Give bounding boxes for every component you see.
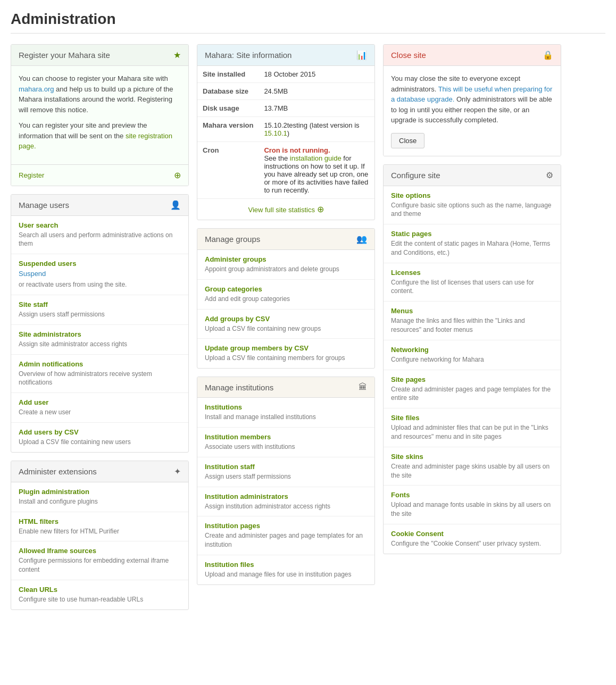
- networking-link[interactable]: Networking: [391, 346, 553, 354]
- add-user-item: Add user Create a new user: [11, 393, 188, 423]
- cookie-consent-link[interactable]: Cookie Consent: [391, 530, 553, 538]
- administer-extensions-title: Administer extensions: [19, 467, 97, 476]
- site-installed-value: 18 October 2015: [259, 66, 374, 83]
- site-info-title: Mahara: Site information: [205, 51, 292, 60]
- institutions-link[interactable]: Institutions: [205, 403, 367, 411]
- institution-files-link[interactable]: Institution files: [205, 561, 367, 569]
- manage-users-items: User search Search all users and perform…: [11, 216, 188, 452]
- administer-groups-desc: Appoint group administrators and delete …: [205, 265, 339, 273]
- admin-notifications-desc: Overview of how administrators receive s…: [19, 370, 152, 387]
- institutions-item: Institutions Install and manage installe…: [197, 398, 374, 428]
- clean-urls-link[interactable]: Clean URLs: [19, 586, 181, 594]
- disk-usage-value: 13.7MB: [259, 100, 374, 117]
- institution-pages-item: Institution pages Create and administer …: [197, 516, 374, 555]
- cron-label: Cron: [197, 142, 259, 199]
- site-pages-link[interactable]: Site pages: [391, 375, 553, 383]
- manage-institutions-items: Institutions Install and manage installe…: [197, 398, 374, 584]
- configure-site-panel: Configure site ⚙ Site options Configure …: [383, 164, 561, 554]
- institution-files-desc: Upload and manage files for use in insti…: [205, 571, 352, 578]
- site-staff-desc: Assign users staff permissions: [19, 311, 105, 318]
- add-groups-csv-desc: Upload a CSV file containing new groups: [205, 325, 321, 332]
- update-group-members-link[interactable]: Update group members by CSV: [205, 344, 367, 352]
- suspend-link[interactable]: Suspend: [19, 269, 181, 279]
- static-pages-item: Static pages Edit the content of static …: [384, 224, 561, 263]
- plugin-admin-item: Plugin administration Install and config…: [11, 482, 188, 512]
- admin-notifications-link[interactable]: Admin notifications: [19, 360, 181, 368]
- administer-extensions-panel: Administer extensions ✦ Plugin administr…: [11, 461, 189, 610]
- db-size-row: Database size 24.5MB: [197, 83, 374, 100]
- mahara-version-link[interactable]: 15.10.1: [264, 129, 287, 137]
- static-pages-link[interactable]: Static pages: [391, 230, 553, 238]
- suspended-users-item: Suspended users Suspend or reactivate us…: [11, 254, 188, 295]
- plugin-admin-link[interactable]: Plugin administration: [19, 488, 181, 496]
- register-link[interactable]: Register: [19, 171, 44, 179]
- html-filters-item: HTML filters Enable new filters for HTML…: [11, 512, 188, 542]
- iframe-sources-link[interactable]: Allowed Iframe sources: [19, 547, 181, 555]
- cookie-consent-item: Cookie Consent Configure the "Cookie Con…: [384, 524, 561, 554]
- close-button[interactable]: Close: [391, 133, 424, 148]
- suspended-users-link[interactable]: Suspended users: [19, 260, 181, 268]
- institution-members-link[interactable]: Institution members: [205, 433, 367, 441]
- stats-icon: ⊕: [317, 205, 324, 214]
- menus-link[interactable]: Menus: [391, 307, 553, 315]
- institution-members-item: Institution members Associate users with…: [197, 428, 374, 457]
- user-icon: 👤: [170, 200, 181, 210]
- add-user-link[interactable]: Add user: [19, 398, 181, 406]
- static-pages-desc: Edit the content of static pages in Maha…: [391, 240, 550, 256]
- site-pages-item: Site pages Create and administer pages a…: [384, 370, 561, 409]
- update-group-members-desc: Upload a CSV file containing members for…: [205, 354, 345, 362]
- institution-pages-link[interactable]: Institution pages: [205, 522, 367, 530]
- view-stats-link[interactable]: View full site statistics: [248, 206, 314, 214]
- suspended-users-desc: Suspend or reactivate users from using t…: [19, 269, 181, 288]
- add-groups-csv-link[interactable]: Add groups by CSV: [205, 315, 367, 323]
- site-installed-row: Site installed 18 October 2015: [197, 66, 374, 83]
- iframe-sources-item: Allowed Iframe sources Configure permiss…: [11, 541, 188, 580]
- manage-users-panel: Manage users 👤 User search Search all us…: [11, 194, 189, 453]
- site-admins-link[interactable]: Site administrators: [19, 330, 181, 338]
- site-admins-desc: Assign site administrator access rights: [19, 340, 127, 348]
- configure-site-header: Configure site ⚙: [384, 165, 561, 186]
- institution-members-desc: Associate users with institutions: [205, 443, 295, 450]
- star-icon: ★: [173, 50, 181, 60]
- group-categories-link[interactable]: Group categories: [205, 285, 367, 293]
- add-users-csv-link[interactable]: Add users by CSV: [19, 428, 181, 436]
- column-3: Close site 🔒 You may close the site to e…: [383, 44, 561, 610]
- html-filters-link[interactable]: HTML filters: [19, 517, 181, 525]
- register-footer: Register ⊕: [11, 164, 188, 186]
- institutions-desc: Install and manage installed institution…: [205, 413, 316, 421]
- site-skins-link[interactable]: Site skins: [391, 453, 553, 461]
- register-panel-title: Register your Mahara site: [19, 51, 110, 60]
- manage-groups-title: Manage groups: [205, 235, 260, 244]
- lock-icon: 🔒: [543, 50, 553, 60]
- site-files-link[interactable]: Site files: [391, 414, 553, 422]
- register-panel: Register your Mahara site ★ You can choo…: [11, 44, 189, 186]
- menus-desc: Manage the links and files within the "L…: [391, 317, 525, 333]
- manage-groups-header: Manage groups 👥: [197, 229, 374, 250]
- site-options-desc: Configure basic site options such as the…: [391, 202, 552, 218]
- mahara-link[interactable]: mahara.org: [19, 85, 54, 93]
- group-categories-item: Group categories Add and edit group cate…: [197, 280, 374, 310]
- gear-icon: ⚙: [546, 170, 553, 180]
- administer-groups-item: Administer groups Appoint group administ…: [197, 250, 374, 280]
- administer-groups-link[interactable]: Administer groups: [205, 255, 367, 263]
- install-guide-link[interactable]: installation guide: [290, 154, 342, 162]
- close-site-upgrade-link[interactable]: This will be useful when preparing for a…: [391, 85, 552, 104]
- administer-extensions-header: Administer extensions ✦: [11, 461, 188, 482]
- mahara-version-value: 15.10.2testing (latest version is 15.10.…: [259, 117, 374, 142]
- user-search-link[interactable]: User search: [19, 221, 181, 229]
- cron-value: Cron is not running. See the installatio…: [259, 142, 374, 199]
- clean-urls-item: Clean URLs Configure site to use human-r…: [11, 580, 188, 609]
- licenses-link[interactable]: Licenses: [391, 269, 553, 277]
- institution-admins-link[interactable]: Institution administrators: [205, 492, 367, 500]
- institution-staff-link[interactable]: Institution staff: [205, 463, 367, 471]
- manage-users-title: Manage users: [19, 201, 69, 210]
- plus-circle-icon: ⊕: [174, 170, 181, 180]
- site-options-link[interactable]: Site options: [391, 191, 553, 199]
- mahara-version-row: Mahara version 15.10.2testing (latest ve…: [197, 117, 374, 142]
- fonts-link[interactable]: Fonts: [391, 491, 553, 499]
- close-site-text: You may close the site to everyone excep…: [391, 73, 553, 126]
- networking-item: Networking Configure networking for Maha…: [384, 340, 561, 370]
- site-staff-link[interactable]: Site staff: [19, 300, 181, 308]
- view-stats-footer: View full site statistics ⊕: [197, 198, 374, 220]
- disk-usage-label: Disk usage: [197, 100, 259, 117]
